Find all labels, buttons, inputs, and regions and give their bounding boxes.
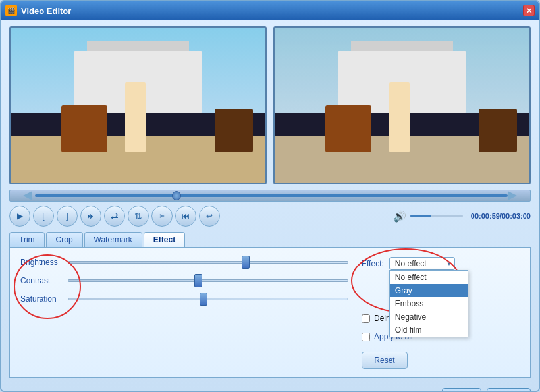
contrast-label: Contrast bbox=[20, 276, 68, 285]
contrast-thumb[interactable] bbox=[194, 274, 202, 287]
brightness-label: Brightness bbox=[20, 258, 68, 267]
effect-select-row: Effect: No effect No effect Gray Emboss … bbox=[362, 257, 520, 270]
saturation-track[interactable] bbox=[68, 298, 348, 300]
reset-button[interactable]: ↩ bbox=[199, 206, 220, 227]
effect-label: Effect: bbox=[362, 259, 384, 268]
tabs-row: Trim Crop Watermark Effect bbox=[9, 232, 531, 248]
effect-option-no-effect[interactable]: No effect bbox=[390, 271, 468, 284]
brightness-track[interactable] bbox=[68, 261, 348, 264]
saturation-slider-row: Saturation bbox=[20, 294, 348, 304]
effect-option-emboss[interactable]: Emboss bbox=[390, 297, 468, 310]
app-icon: 🎬 bbox=[5, 5, 17, 16]
skip-end-button[interactable]: ⏮ bbox=[175, 206, 196, 227]
mark-out-button[interactable]: ] bbox=[57, 206, 78, 227]
tab-effect[interactable]: Effect bbox=[144, 232, 185, 247]
mark-in-button[interactable]: [ bbox=[33, 206, 54, 227]
sliders-section: Brightness Contrast bbox=[20, 257, 348, 369]
volume-track[interactable] bbox=[410, 215, 463, 217]
tab-content-effect: Brightness Contrast bbox=[9, 248, 531, 378]
scrubber-bar[interactable] bbox=[9, 190, 531, 202]
scrubber-right-arrow[interactable] bbox=[508, 191, 517, 200]
reset-row: Reset bbox=[362, 352, 520, 369]
preview-video-panel bbox=[273, 26, 531, 184]
flip-h-button[interactable]: ⇄ bbox=[104, 206, 125, 227]
controls-row: ▶ [ ] ⏭ ⇄ ⇅ ✂ ⏮ ↩ 🔊 00:00:59/00:03:00 bbox=[9, 206, 531, 227]
flip-v-button[interactable]: ⇅ bbox=[128, 206, 149, 227]
preview-figure bbox=[389, 82, 410, 152]
saturation-thumb[interactable] bbox=[200, 293, 207, 306]
figure bbox=[125, 82, 146, 152]
video-editor-window: 🎬 Video Editor ✕ bbox=[0, 0, 540, 392]
tab-watermark[interactable]: Watermark bbox=[84, 232, 142, 247]
bottom-buttons: OK Cancel bbox=[1, 383, 539, 392]
volume-section: 🔊 00:00:59/00:03:00 bbox=[393, 210, 531, 223]
effect-option-gray[interactable]: Gray bbox=[390, 284, 468, 297]
volume-fill bbox=[410, 215, 431, 217]
window-title: Video Editor bbox=[21, 6, 71, 16]
close-button[interactable]: ✕ bbox=[523, 5, 535, 16]
preview-video-scene bbox=[275, 28, 529, 183]
apply-all-checkbox[interactable] bbox=[362, 333, 370, 341]
source-video-panel bbox=[9, 26, 267, 184]
ok-button[interactable]: OK bbox=[442, 388, 481, 392]
reset-button-effect[interactable]: Reset bbox=[362, 352, 408, 369]
effect-dropdown-button[interactable]: No effect bbox=[389, 257, 455, 270]
effect-dropdown[interactable]: No effect No effect Gray Emboss Negative… bbox=[389, 257, 455, 270]
source-video-scene bbox=[11, 28, 265, 183]
brightness-slider-row: Brightness bbox=[20, 257, 348, 267]
effect-option-old-film[interactable]: Old film bbox=[390, 323, 468, 337]
deinterlace-checkbox[interactable] bbox=[362, 314, 370, 323]
saturation-label: Saturation bbox=[20, 294, 68, 304]
main-content: ▶ [ ] ⏭ ⇄ ⇅ ✂ ⏮ ↩ 🔊 00:00:59/00:03:00 Tr… bbox=[1, 20, 539, 383]
preview-luggage-right bbox=[479, 109, 517, 152]
preview-luggage-left bbox=[325, 105, 371, 152]
effect-panel: Brightness Contrast bbox=[20, 257, 520, 369]
saturation-slider-container[interactable] bbox=[68, 294, 348, 304]
contrast-track[interactable] bbox=[68, 279, 348, 282]
luggage-right bbox=[215, 109, 253, 152]
effect-dropdown-list[interactable]: No effect Gray Emboss Negative Old film bbox=[389, 270, 468, 337]
current-time: 00:00:59 bbox=[471, 212, 500, 220]
effect-option-negative[interactable]: Negative bbox=[390, 310, 468, 323]
crop-tool-button[interactable]: ✂ bbox=[151, 206, 173, 227]
right-section: Effect: No effect No effect Gray Emboss … bbox=[362, 257, 520, 369]
volume-icon: 🔊 bbox=[393, 210, 406, 223]
scrubber-thumb[interactable] bbox=[172, 191, 181, 200]
contrast-slider-row: Contrast bbox=[20, 275, 348, 286]
luggage-left bbox=[61, 105, 107, 152]
cancel-button[interactable]: Cancel bbox=[487, 388, 531, 392]
brightness-thumb[interactable] bbox=[242, 256, 250, 269]
next-frame-button[interactable]: ⏭ bbox=[80, 206, 101, 227]
scrubber-track[interactable] bbox=[35, 194, 508, 197]
tab-crop[interactable]: Crop bbox=[46, 232, 83, 247]
time-display: 00:00:59/00:03:00 bbox=[471, 212, 531, 220]
video-panels bbox=[9, 26, 531, 184]
brightness-slider-container[interactable] bbox=[68, 257, 348, 267]
tab-trim[interactable]: Trim bbox=[9, 232, 45, 247]
total-time: 00:03:00 bbox=[502, 212, 531, 220]
scrubber-left-arrow[interactable] bbox=[23, 191, 32, 200]
play-button[interactable]: ▶ bbox=[9, 206, 30, 227]
contrast-slider-container[interactable] bbox=[68, 275, 348, 286]
title-bar: 🎬 Video Editor ✕ bbox=[1, 1, 539, 20]
